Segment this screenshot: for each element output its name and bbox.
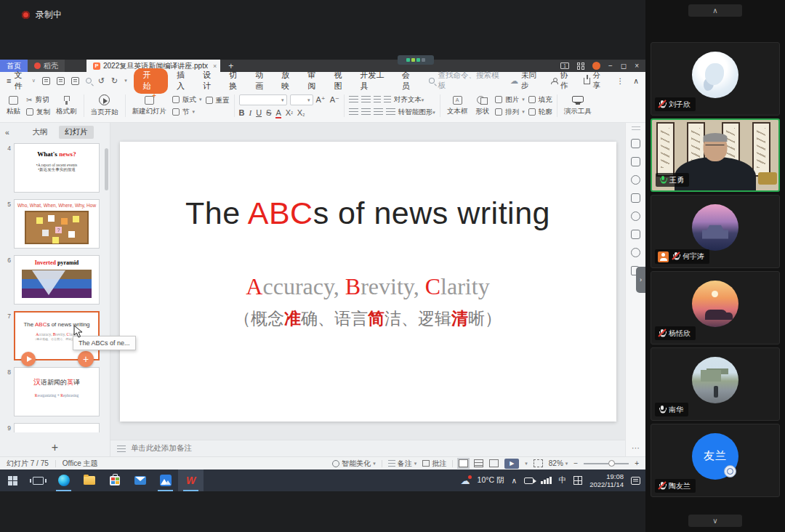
new-slide-button[interactable]: 新建幻灯片 — [130, 96, 169, 116]
zoom-slider-knob[interactable] — [608, 460, 615, 467]
weather-label[interactable]: 10°C 阴 — [478, 475, 504, 485]
customize-toolbar-icon[interactable]: ▾ — [124, 78, 127, 84]
present-tools-button[interactable]: 演示工具 — [562, 92, 594, 120]
collaborate-button[interactable]: 协作 — [551, 70, 574, 91]
font-name-select[interactable]: ▾ — [239, 94, 287, 105]
more-tools-icon[interactable]: ⋯ — [632, 443, 640, 453]
undo-icon[interactable]: ↺ — [98, 76, 105, 86]
align-center-icon[interactable] — [361, 108, 371, 116]
slide-thumb-8[interactable]: 8 汉语新闻的英译 Reorganizing + Rephrasing — [1, 367, 102, 416]
navigation-panel-icon[interactable] — [631, 248, 640, 257]
decrease-font-icon[interactable]: A⁻ — [330, 95, 339, 105]
bold-button[interactable]: B — [239, 108, 245, 117]
restore-button[interactable]: ◻ — [621, 62, 627, 70]
slide-thumb-5[interactable]: 5 Who, What, When, Where, Why, How ? — [1, 199, 102, 249]
redo-icon[interactable]: ↻ — [111, 76, 118, 86]
collapse-panel-icon[interactable]: « — [5, 128, 9, 137]
zoom-level[interactable]: 82%▾ — [549, 459, 568, 467]
add-slide-overlay-button[interactable]: + — [78, 351, 94, 367]
picture-button[interactable]: 图片▾ — [495, 95, 525, 105]
taskbar-clock[interactable]: 19:08 2022/11/14 — [589, 472, 624, 489]
menu-tab-slideshow[interactable]: 放映 — [279, 70, 299, 92]
tray-expand-icon[interactable]: ∧ — [511, 476, 517, 485]
share-button[interactable]: 分享 — [584, 70, 607, 91]
slide-canvas[interactable]: The ABCs of news writing Accuracy, Brevi… — [110, 123, 625, 440]
effects-panel-icon[interactable] — [631, 139, 640, 148]
fill-button[interactable]: 填充 — [528, 95, 552, 105]
increase-indent-icon[interactable] — [384, 96, 391, 103]
align-text-button[interactable]: 对齐文本▾ — [394, 95, 424, 105]
zoom-slider[interactable] — [584, 463, 629, 464]
network-icon[interactable] — [541, 477, 552, 484]
menu-tab-member[interactable]: 会员 — [400, 70, 419, 92]
file-menu[interactable]: ≡ 文件 ∨ — [7, 70, 36, 92]
zoom-in-button[interactable]: + — [635, 459, 639, 467]
file-explorer-button[interactable] — [76, 469, 102, 491]
font-color-button[interactable]: A — [275, 108, 281, 117]
close-button[interactable]: × — [635, 62, 639, 70]
slide-thumb-6[interactable]: 6 Inverted pyramid — [1, 255, 102, 305]
tab-outline[interactable]: 大纲 — [26, 126, 53, 139]
reset-button[interactable]: 重置 — [206, 96, 230, 105]
bullet-list-icon[interactable] — [349, 96, 358, 103]
section-button[interactable]: 节▾ — [172, 108, 202, 117]
participant-tile[interactable]: 杨恬欣 — [651, 271, 780, 344]
layout-button[interactable]: 版式▾ — [172, 95, 202, 105]
action-center-icon[interactable] — [631, 477, 640, 485]
zoom-out-button[interactable]: − — [573, 459, 578, 467]
participant-tile[interactable]: 王勇 — [651, 118, 780, 192]
notes-bar[interactable]: 单击此处添加备注 — [110, 440, 625, 456]
duplicate-panel-icon[interactable] — [631, 193, 640, 203]
account-avatar[interactable] — [592, 62, 600, 70]
properties-panel-icon[interactable] — [631, 157, 640, 166]
slide-title-text[interactable]: The ABCs of news writing — [120, 196, 616, 231]
slide-thumb-4[interactable]: 4 What's news? •A report of recent event… — [1, 143, 102, 193]
print-preview-icon[interactable] — [86, 78, 92, 84]
slide-chinese-text[interactable]: （概念准确、语言简洁、逻辑清晰） — [120, 307, 616, 330]
menu-tab-insert[interactable]: 插入 — [174, 70, 194, 92]
minimize-button[interactable]: − — [608, 62, 613, 70]
participant-tile[interactable]: 友兰 陶友兰 — [651, 424, 780, 497]
cast-icon[interactable] — [524, 477, 534, 484]
help-panel-icon[interactable] — [631, 211, 640, 221]
menu-tab-animation[interactable]: 动画 — [253, 70, 273, 92]
slideshow-play-button[interactable]: ▶ — [504, 459, 519, 469]
superscript-button[interactable]: X² — [286, 108, 293, 117]
arrange-button[interactable]: 排列▾ — [495, 108, 525, 117]
align-right-icon[interactable] — [374, 108, 383, 116]
decrease-indent-icon[interactable] — [374, 96, 381, 103]
screen-share-control-pill[interactable] — [398, 55, 434, 65]
weather-icon[interactable]: ☁ — [461, 475, 470, 486]
slide-thumb-9[interactable]: 9 — [1, 423, 102, 432]
menu-tab-devtools[interactable]: 开发工具 — [358, 70, 393, 92]
play-options-icon[interactable]: ▾ — [525, 461, 528, 467]
store-button[interactable] — [102, 469, 127, 491]
start-button[interactable] — [0, 469, 25, 491]
menu-tab-review[interactable]: 审阅 — [305, 70, 325, 92]
align-left-icon[interactable] — [349, 108, 358, 116]
sync-status-button[interactable]: ☁ 未同步 — [510, 70, 542, 91]
normal-view-button[interactable] — [459, 459, 468, 467]
collapse-ribbon-icon[interactable]: ∧ — [633, 76, 639, 85]
cut-button[interactable]: ✂剪切 — [26, 95, 50, 105]
copy-button[interactable]: 复制 — [26, 108, 50, 117]
menu-tab-design[interactable]: 设计 — [201, 70, 220, 92]
justify-icon[interactable] — [386, 108, 395, 116]
ime-language-label[interactable]: 中 — [559, 475, 567, 485]
increase-font-icon[interactable]: A⁺ — [316, 95, 326, 105]
single-window-icon[interactable]: 1 — [560, 63, 569, 69]
participant-tile[interactable]: 南华 — [651, 347, 780, 421]
reading-view-button[interactable] — [489, 459, 499, 467]
expand-panel-handle[interactable]: › — [636, 267, 645, 293]
italic-button[interactable]: I — [249, 108, 251, 117]
smart-beautify-button[interactable]: 智能美化▾ — [332, 459, 376, 469]
participant-tile[interactable]: 何宇涛 — [651, 195, 780, 268]
panel-scrollbar[interactable] — [105, 148, 108, 190]
ime-grid-icon[interactable] — [573, 476, 582, 485]
more-options-icon[interactable]: ⋮ — [616, 76, 624, 85]
outline-button[interactable]: 轮廓 — [528, 108, 552, 117]
comments-button[interactable]: 批注 — [422, 459, 446, 469]
smart-graphic-button[interactable]: 转智能图形▾ — [398, 108, 435, 117]
strikethrough-button[interactable]: S — [266, 108, 271, 117]
scroll-participants-down-button[interactable]: ∨ — [688, 515, 742, 527]
